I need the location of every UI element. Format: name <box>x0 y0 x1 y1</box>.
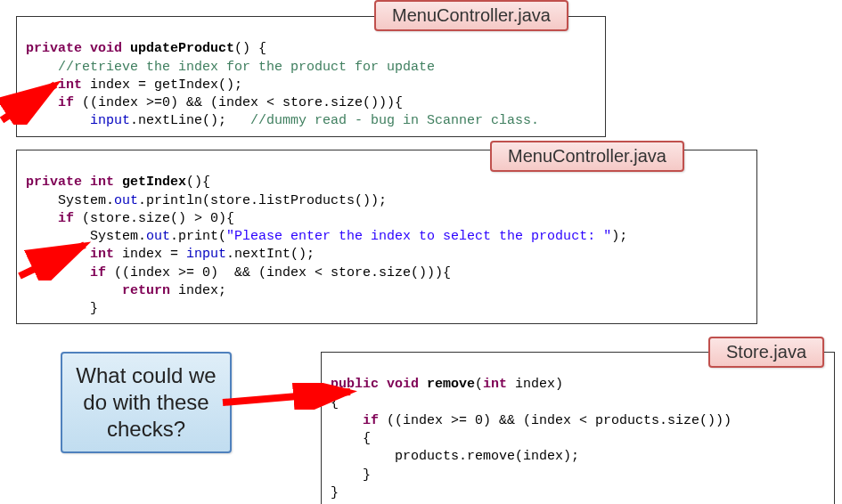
text: ((index >= 0) && (index < products.size(… <box>379 413 732 428</box>
code-snippet-updateproduct: private void updateProduct() { //retriev… <box>16 16 606 137</box>
method-name: getIndex <box>122 175 186 190</box>
label-menucontroller-2: MenuController.java <box>490 141 684 172</box>
text: ((index >=0) && (index < store.size())){ <box>74 95 403 110</box>
label-text: MenuController.java <box>508 146 666 166</box>
callout-text: What could we do with these checks? <box>76 363 216 441</box>
text: ); <box>611 229 627 244</box>
code-snippet-getindex: private int getIndex(){ System.out.print… <box>16 150 757 324</box>
kw-void: void <box>387 377 419 392</box>
text: (store.size() > 0){ <box>74 211 234 226</box>
kw-int: int <box>90 175 114 190</box>
text: System. <box>58 193 114 208</box>
text: } <box>90 301 98 316</box>
text: products.remove(index); <box>395 449 579 464</box>
text: { <box>363 431 371 446</box>
text: index = getIndex(); <box>82 77 242 93</box>
comment: //retrieve the index for the product for… <box>58 60 435 75</box>
text: .nextLine(); <box>130 113 250 128</box>
callout-question: What could we do with these checks? <box>61 352 232 453</box>
kw-int: int <box>58 77 82 93</box>
text: ( <box>475 377 483 392</box>
kw-if: if <box>58 211 74 226</box>
text: index; <box>170 283 226 298</box>
comment: //dummy read - bug in Scanner class. <box>250 113 539 128</box>
text: index = <box>114 247 186 262</box>
code-snippet-remove: public void remove(int index) { if ((ind… <box>321 352 835 504</box>
text: .println(store.listProducts()); <box>138 193 387 208</box>
kw-int: int <box>483 377 507 392</box>
field: out <box>114 193 138 208</box>
text: .nextInt(); <box>226 247 315 262</box>
kw-private: private <box>26 175 82 190</box>
text: } <box>331 485 339 500</box>
kw-private: private <box>26 41 82 56</box>
text: .print( <box>170 229 226 244</box>
text: ((index >= 0) && (index < store.size()))… <box>106 265 451 280</box>
text: index) <box>507 377 563 392</box>
text: (){ <box>186 175 210 190</box>
kw-if: if <box>90 265 106 280</box>
field: input <box>90 113 130 128</box>
label-text: MenuController.java <box>392 5 551 25</box>
kw-public: public <box>331 377 379 392</box>
kw-void: void <box>90 41 122 56</box>
label-menucontroller-1: MenuController.java <box>374 0 568 31</box>
label-store: Store.java <box>708 337 824 368</box>
kw-if: if <box>58 95 74 110</box>
text: { <box>331 395 339 411</box>
text: System. <box>90 229 146 244</box>
string: "Please enter the index to select the pr… <box>226 229 611 244</box>
text: () { <box>234 41 266 56</box>
field: out <box>146 229 170 244</box>
kw-if: if <box>363 413 379 428</box>
label-text: Store.java <box>726 342 806 362</box>
method-name: updateProduct <box>130 41 234 56</box>
field: input <box>186 247 226 262</box>
kw-return: return <box>122 283 170 298</box>
method-name: remove <box>427 377 475 392</box>
kw-int: int <box>90 247 114 262</box>
text: } <box>363 467 371 483</box>
